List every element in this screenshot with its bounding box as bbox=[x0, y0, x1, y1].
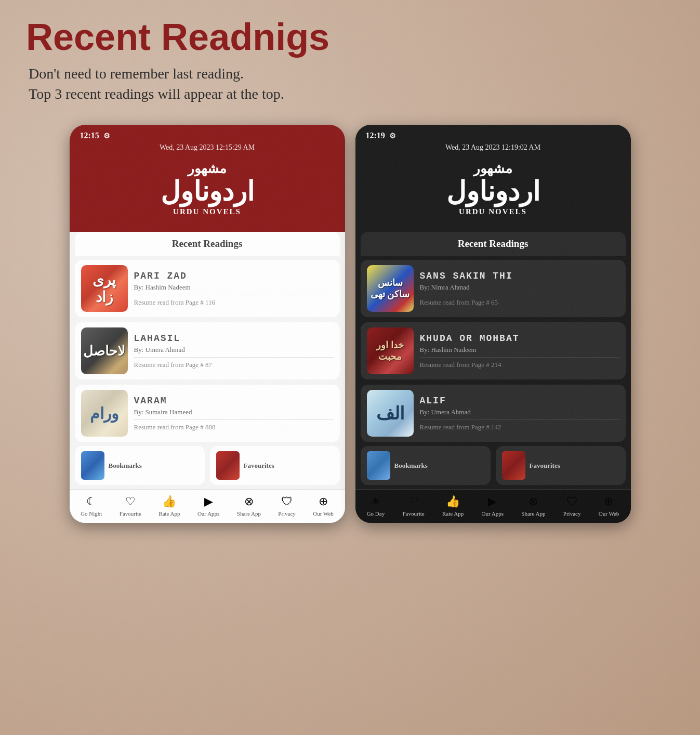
light-partial-cover-favourites bbox=[216, 451, 240, 480]
light-book-name-1: PARI ZAD bbox=[134, 271, 334, 281]
dark-book-info-2: KHUDA OR MOHBAT By: Hashim Nadeem Resume… bbox=[420, 333, 619, 369]
dark-book-page-2: Resume read from Page # 214 bbox=[420, 361, 619, 369]
dark-day-label: Go Day bbox=[367, 510, 385, 517]
light-divider-1 bbox=[134, 295, 334, 295]
dark-share-icon: ⊗ bbox=[529, 495, 538, 508]
light-book-author-3: By: Sumaira Hameed bbox=[134, 408, 334, 416]
dark-time: 12:19 bbox=[366, 131, 385, 140]
light-book-author-2: By: Umera Ahmad bbox=[134, 346, 334, 354]
dark-nav-day[interactable]: ☀ Go Day bbox=[367, 495, 385, 517]
light-bookmarks-label: Bookmarks bbox=[109, 462, 142, 470]
light-divider-3 bbox=[134, 419, 334, 420]
light-book-list: پریزاد PARI ZAD By: Hashim Nadeem Resume… bbox=[70, 256, 345, 446]
dark-book-name-3: ALIF bbox=[420, 396, 619, 406]
light-gear-icon[interactable]: ⚙ bbox=[103, 132, 110, 140]
light-urdu-title: مشهور اردوناول bbox=[80, 162, 335, 206]
dark-bookmarks-label: Bookmarks bbox=[394, 462, 428, 470]
light-partial-favourites[interactable]: Favourites bbox=[210, 446, 340, 485]
light-rate-icon: 👍 bbox=[162, 495, 176, 508]
dark-privacy-icon: 🛡 bbox=[566, 495, 578, 508]
light-book-page-2: Resume read from Page # 87 bbox=[134, 361, 334, 369]
dark-rate-label: Rate App bbox=[442, 510, 464, 517]
dark-nav-privacy[interactable]: 🛡 Privacy bbox=[563, 495, 581, 517]
light-nav-share[interactable]: ⊗ Share App bbox=[237, 495, 261, 517]
light-book-page-3: Resume read from Page # 808 bbox=[134, 423, 334, 431]
light-phone-content: Recent Readings پریزاد PARI ZAD By: Hash… bbox=[70, 232, 345, 489]
dark-partial-favourites[interactable]: Favourites bbox=[496, 446, 626, 485]
page-subtitle-line1: Don't need to remember last reading. bbox=[29, 63, 674, 84]
dark-partial-cover-bookmarks bbox=[367, 451, 390, 480]
dark-nav-share[interactable]: ⊗ Share App bbox=[521, 495, 545, 517]
light-nav-privacy[interactable]: 🛡 Privacy bbox=[278, 495, 296, 517]
light-nav-web[interactable]: ⊕ Our Web bbox=[313, 495, 334, 517]
dark-bottom-nav: ☀ Go Day ♡ Favourite 👍 Rate App ▶ Our Ap… bbox=[355, 489, 631, 523]
light-nav-night[interactable]: ☾ Go Night bbox=[81, 495, 102, 517]
dark-nav-apps[interactable]: ▶ Our Apps bbox=[482, 495, 504, 517]
light-section-title: Recent Readings bbox=[172, 238, 243, 249]
dark-app-logo: مشهور اردوناول URDU NOVELS bbox=[366, 159, 620, 221]
light-nav-rate[interactable]: 👍 Rate App bbox=[159, 495, 180, 517]
light-partial-bookmarks[interactable]: Bookmarks bbox=[75, 446, 205, 485]
light-nav-apps[interactable]: ▶ Our Apps bbox=[197, 495, 219, 517]
dark-nav-rate[interactable]: 👍 Rate App bbox=[442, 495, 464, 517]
light-datetime: Wed, 23 Aug 2023 12:15:29 AM bbox=[80, 143, 335, 152]
light-book-name-2: LAHASIL bbox=[134, 333, 334, 344]
dark-divider-3 bbox=[420, 419, 619, 420]
dark-book-name-2: KHUDA OR MOHBAT bbox=[420, 333, 619, 344]
dark-cover-khuda: خدا اورمحبت bbox=[367, 327, 414, 374]
light-privacy-icon: 🛡 bbox=[281, 495, 293, 508]
dark-favourites-label: Favourites bbox=[530, 462, 560, 470]
light-section-header: Recent Readings bbox=[75, 232, 340, 256]
dark-web-icon: ⊕ bbox=[604, 495, 613, 508]
dark-book-item-2[interactable]: خدا اورمحبت KHUDA OR MOHBAT By: Hashim N… bbox=[361, 322, 626, 379]
light-nav-favourite[interactable]: ♡ Favourite bbox=[120, 495, 141, 517]
page-title: Recent Readnigs bbox=[26, 16, 674, 58]
light-night-icon: ☾ bbox=[86, 495, 97, 508]
light-divider-2 bbox=[134, 357, 334, 358]
phone-light: 12:15 ⚙ Wed, 23 Aug 2023 12:15:29 AM مشه… bbox=[70, 125, 345, 523]
page-subtitle-line2: Top 3 recent readings will appear at the… bbox=[29, 84, 674, 104]
light-book-info-2: LAHASIL By: Umera Ahmad Resume read from… bbox=[134, 333, 334, 369]
dark-app-subtitle: URDU NOVELS bbox=[366, 207, 620, 216]
light-book-info-1: PARI ZAD By: Hashim Nadeem Resume read f… bbox=[134, 271, 334, 307]
dark-book-info-3: ALIF By: Umera Ahmad Resume read from Pa… bbox=[420, 396, 619, 431]
light-cover-pari-zad: پریزاد bbox=[81, 265, 128, 312]
light-phone-header: 12:15 ⚙ Wed, 23 Aug 2023 12:15:29 AM مشه… bbox=[70, 125, 345, 232]
light-share-label: Share App bbox=[237, 510, 261, 517]
dark-divider-2 bbox=[420, 357, 619, 358]
page-header: Recent Readnigs Don't need to remember l… bbox=[0, 0, 700, 114]
light-book-page-1: Resume read from Page # 116 bbox=[134, 298, 334, 307]
dark-book-item-3[interactable]: الف ALIF By: Umera Ahmad Resume read fro… bbox=[361, 385, 626, 442]
dark-book-author-1: By: Nimra Ahmad bbox=[420, 283, 619, 292]
light-time: 12:15 bbox=[80, 131, 99, 140]
light-book-item-3[interactable]: ورام VARAM By: Sumaira Hameed Resume rea… bbox=[75, 385, 340, 442]
light-apps-icon: ▶ bbox=[204, 495, 213, 508]
dark-partial-bookmarks[interactable]: Bookmarks bbox=[361, 446, 491, 485]
dark-cover-text-1: سانسساکن تھی bbox=[368, 274, 413, 303]
dark-cover-text-2: خدا اورمحبت bbox=[374, 337, 406, 365]
light-book-author-1: By: Hashim Nadeem bbox=[134, 283, 334, 292]
light-partial-row: Bookmarks Favourites bbox=[70, 446, 345, 489]
dark-nav-favourite[interactable]: ♡ Favourite bbox=[403, 495, 425, 517]
dark-phone-content: Recent Readings سانسساکن تھی SANS SAKIN … bbox=[355, 232, 631, 489]
dark-partial-row: Bookmarks Favourites bbox=[355, 446, 631, 489]
dark-book-info-1: SANS SAKIN THI By: Nimra Ahmad Resume re… bbox=[420, 271, 619, 307]
light-urdu-line1: مشهور bbox=[80, 162, 335, 177]
dark-book-item-1[interactable]: سانسساکن تھی SANS SAKIN THI By: Nimra Ah… bbox=[361, 260, 626, 317]
dark-book-page-3: Resume read from Page # 142 bbox=[420, 423, 619, 431]
dark-privacy-label: Privacy bbox=[563, 510, 581, 517]
light-night-label: Go Night bbox=[81, 510, 102, 517]
light-apps-label: Our Apps bbox=[197, 510, 219, 517]
dark-book-page-1: Resume read from Page # 65 bbox=[420, 298, 619, 307]
dark-favourite-label: Favourite bbox=[403, 510, 425, 517]
light-cover-varam: ورام bbox=[81, 390, 128, 437]
light-book-item-2[interactable]: لاحاصل LAHASIL By: Umera Ahmad Resume re… bbox=[75, 322, 340, 379]
light-cover-text-2: لاحاصل bbox=[81, 340, 128, 362]
light-web-label: Our Web bbox=[313, 510, 334, 517]
dark-book-author-2: By: Hashim Nadeem bbox=[420, 346, 619, 354]
dark-gear-icon[interactable]: ⚙ bbox=[389, 132, 396, 140]
dark-status-bar: 12:19 ⚙ bbox=[366, 131, 620, 140]
light-book-item-1[interactable]: پریزاد PARI ZAD By: Hashim Nadeem Resume… bbox=[75, 260, 340, 317]
dark-nav-web[interactable]: ⊕ Our Web bbox=[599, 495, 619, 517]
light-privacy-label: Privacy bbox=[278, 510, 296, 517]
